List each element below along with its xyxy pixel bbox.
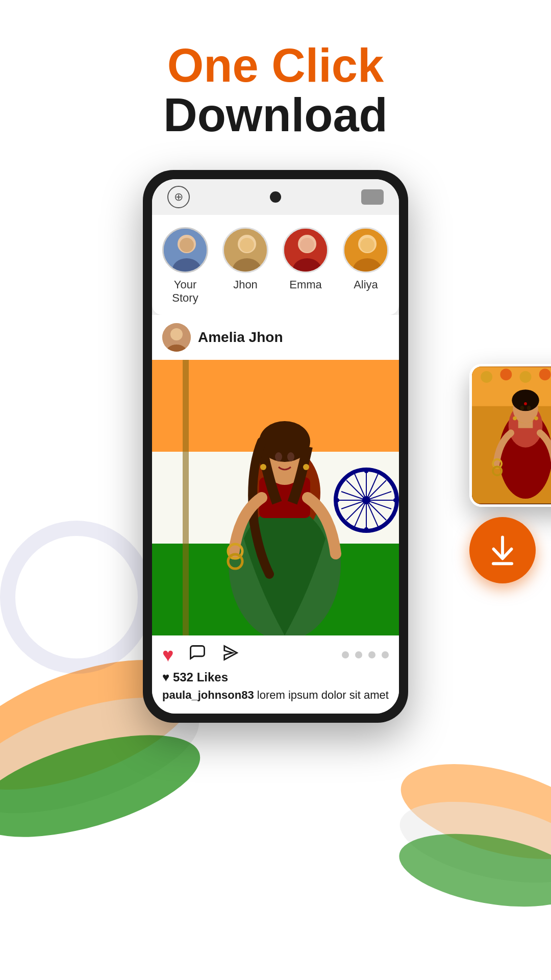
post-dots-indicator <box>342 651 389 658</box>
like-button[interactable]: ♥ <box>162 644 174 666</box>
story-name-jhon: Jhon <box>233 278 258 291</box>
story-avatar-emma <box>283 227 329 273</box>
svg-point-48 <box>364 469 368 473</box>
camera-notch <box>270 191 281 203</box>
svg-point-56 <box>520 371 532 383</box>
svg-point-55 <box>500 369 512 380</box>
story-item-emma[interactable]: Emma <box>283 227 329 291</box>
dot-3 <box>368 651 375 658</box>
thumbnail-image <box>472 366 551 504</box>
post-image <box>152 360 399 635</box>
phone-frame: ⊕ Your Story <box>143 170 408 723</box>
floating-story-thumbnail[interactable] <box>469 364 551 507</box>
svg-point-63 <box>512 389 539 411</box>
share-button[interactable] <box>221 644 239 666</box>
story-item-jhon[interactable]: Jhon <box>222 227 268 291</box>
post-header: Amelia Jhon <box>152 315 399 360</box>
status-bar-right <box>361 189 384 205</box>
story-avatar-aliya <box>343 227 389 273</box>
caption-username: paula_johnson83 <box>162 689 254 701</box>
story-item-your-story[interactable]: Your Story <box>162 227 208 305</box>
story-name-emma: Emma <box>289 278 322 291</box>
svg-point-65 <box>527 406 531 411</box>
svg-point-35 <box>303 464 309 470</box>
post-avatar <box>162 323 191 352</box>
header: One Click Download <box>0 0 551 139</box>
svg-point-33 <box>287 452 294 461</box>
svg-point-51 <box>393 498 397 502</box>
caption-text: lorem ipsum dolor sit amet <box>254 689 389 701</box>
svg-point-34 <box>260 464 266 470</box>
header-line1: One Click <box>0 41 551 90</box>
svg-point-67 <box>513 416 517 421</box>
svg-point-64 <box>520 406 524 411</box>
post-username: Amelia Jhon <box>198 329 283 346</box>
post-likes: ♥ 532 Likes <box>152 670 399 688</box>
story-name-your-story: Your Story <box>162 278 208 305</box>
phone-container: ⊕ Your Story <box>0 170 551 723</box>
svg-point-57 <box>539 369 551 380</box>
svg-point-7 <box>240 238 254 252</box>
story-avatar-your-story <box>162 227 208 273</box>
comment-button[interactable] <box>188 644 207 666</box>
svg-point-50 <box>335 498 339 502</box>
svg-point-11 <box>300 238 314 252</box>
svg-point-66 <box>524 402 527 405</box>
add-story-button[interactable]: ⊕ <box>167 186 190 208</box>
story-item-aliya[interactable]: Aliya <box>343 227 389 291</box>
post-actions: ♥ <box>152 635 399 670</box>
story-name-aliya: Aliya <box>354 278 378 291</box>
svg-rect-71 <box>492 562 513 566</box>
svg-point-54 <box>481 371 492 383</box>
status-bar-left: ⊕ <box>167 186 190 208</box>
download-button[interactable] <box>469 517 536 583</box>
phone-screen: ⊕ Your Story <box>152 179 399 714</box>
header-line2: Download <box>0 90 551 140</box>
stories-strip: Your Story Jhon <box>152 215 399 315</box>
story-avatar-jhon <box>222 227 268 273</box>
svg-rect-26 <box>183 360 189 635</box>
svg-point-49 <box>364 527 368 531</box>
dot-4 <box>382 651 389 658</box>
status-bar: ⊕ <box>152 179 399 215</box>
svg-point-68 <box>534 416 538 421</box>
dot-2 <box>355 651 362 658</box>
post-caption: paula_johnson83 lorem ipsum dolor sit am… <box>152 688 399 714</box>
svg-point-3 <box>180 238 194 252</box>
svg-point-15 <box>360 238 374 252</box>
svg-point-32 <box>275 452 282 461</box>
dot-1 <box>342 651 349 658</box>
svg-point-21 <box>170 328 183 340</box>
